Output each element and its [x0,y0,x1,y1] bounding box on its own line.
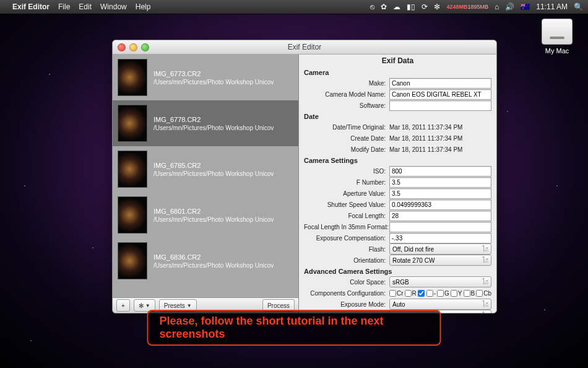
label-fnumber: F Number: [304,179,386,186]
menubar-battery-icon[interactable]: ▮▯ [407,2,415,11]
input-model[interactable] [389,89,491,100]
section-camera: Camera [299,67,496,77]
components-config-checks: CrR-GYBCb [389,290,491,297]
file-name: IMG_6801.CR2 [153,208,274,215]
file-row[interactable]: IMG_6801.CR2/Users/mn/Pictures/Photo Wor… [113,192,298,238]
input-make[interactable] [389,78,491,89]
menubar: Exif Editor File Edit Window Help ⎋ ✿ ☁ … [0,0,588,14]
app-window: Exif Editor IMG_6773.CR2/Users/mn/Pictur… [112,40,497,313]
panel-title: Exif Data [299,55,496,67]
file-sidebar: IMG_6773.CR2/Users/mn/Pictures/Photo Wor… [113,55,299,313]
menubar-cloud-icon[interactable]: ☁ [393,2,400,11]
tutorial-banner: Please, follow the short tutorial in the… [147,310,441,346]
select-orientation[interactable]: Rotate 270 CW [389,255,491,266]
label-date-create: Create Date: [304,135,386,142]
value-date-original: Mar 18, 2011 11:37:34 PM [389,124,491,131]
section-camera-settings: Camera Settings [299,155,496,165]
select-color-space[interactable]: sRGB [389,276,491,287]
label-shutter-speed: Shutter Speed Value: [304,201,386,208]
window-title: Exif Editor [113,43,496,51]
label-orientation: Orientation: [304,257,386,264]
label-focal-length-35mm: Focal Length In 35mm Format: [304,224,386,230]
label-software: Software: [304,102,386,109]
thumbnail-icon [118,242,147,279]
menu-window[interactable]: Window [100,2,127,11]
app-menu[interactable]: Exif Editor [12,2,50,11]
desktop: Exif Editor File Edit Window Help ⎋ ✿ ☁ … [0,0,588,368]
menubar-sync-icon[interactable]: ⟳ [422,2,428,11]
input-focal-length-35mm[interactable] [389,222,491,232]
label-aperture: Aperture Value: [304,190,386,197]
file-path: /Users/mn/Pictures/Photo Workshop Unicov [153,262,274,269]
file-row[interactable]: IMG_6836.CR2/Users/mn/Pictures/Photo Wor… [113,238,298,284]
desktop-drive-icon[interactable]: My Mac [537,19,577,55]
menu-file[interactable]: File [58,2,70,11]
thumbnail-icon [118,105,147,142]
input-shutter-speed[interactable] [389,199,491,210]
add-button[interactable]: + [116,299,130,312]
label-make: Make: [304,80,386,87]
file-row[interactable]: IMG_6785.CR2/Users/mn/Pictures/Photo Wor… [113,146,298,192]
label-flash: Flash: [304,246,386,253]
components-check[interactable] [418,290,425,297]
section-advanced: Advanced Camera Settings [299,266,496,276]
input-focal-length[interactable] [389,211,491,221]
select-exposure-mode[interactable]: Auto [389,299,491,310]
file-path: /Users/mn/Pictures/Photo Workshop Unicov [153,216,274,223]
menubar-flag-icon[interactable]: 🇦🇺 [521,2,530,11]
file-name: IMG_6778.CR2 [153,116,274,123]
label-exposure-comp: Exposure Compensation: [304,235,386,242]
components-check[interactable]: Y [451,290,462,297]
section-date: Date [299,111,496,121]
file-name: IMG_6836.CR2 [153,253,274,261]
file-name: IMG_6773.CR2 [153,70,274,77]
file-name: IMG_6785.CR2 [153,162,274,169]
components-check[interactable]: R [405,290,417,297]
label-exposure-mode: Exposure Mode: [304,301,386,308]
thumbnail-icon [118,59,147,96]
file-row[interactable]: IMG_6773.CR2/Users/mn/Pictures/Photo Wor… [113,55,298,100]
label-model: Camera Model Name: [304,91,386,98]
label-date-original: Date/Time Original: [304,124,386,131]
window-titlebar[interactable]: Exif Editor [113,40,496,55]
thumbnail-icon [118,196,147,234]
menubar-gear-icon[interactable]: ✻ [434,2,440,11]
file-path: /Users/mn/Pictures/Photo Workshop Unicov [153,125,274,131]
components-check[interactable]: Cr [389,290,404,297]
components-check[interactable]: G [437,290,449,297]
file-list[interactable]: IMG_6773.CR2/Users/mn/Pictures/Photo Wor… [113,55,298,297]
value-date-create: Mar 18, 2011 11:37:34 PM [389,135,491,142]
menubar-extra-icon[interactable]: ⎋ [370,2,374,11]
file-path: /Users/mn/Pictures/Photo Workshop Unicov [153,79,274,85]
input-software[interactable] [389,100,491,111]
menu-help[interactable]: Help [136,2,151,11]
menubar-clock[interactable]: 11:11 AM [536,2,568,11]
label-iso: ISO: [304,168,386,175]
label-color-space: Color Space: [304,279,386,286]
spotlight-icon[interactable]: 🔍 [574,2,583,11]
label-components-config: Components Configuration: [304,290,386,297]
desktop-drive-label: My Mac [537,47,577,55]
harddrive-icon [542,19,573,45]
components-check[interactable]: B [464,290,475,297]
components-check[interactable]: Cb [476,290,491,297]
file-path: /Users/mn/Pictures/Photo Workshop Unicov [153,170,274,177]
input-iso[interactable] [389,166,491,177]
input-fnumber[interactable] [389,177,491,188]
menubar-volume-icon[interactable]: 🔊 [505,2,514,11]
exif-panel[interactable]: Exif Data Camera Make: Camera Model Name… [299,55,496,313]
label-date-modify: Modify Date: [304,146,386,153]
input-aperture[interactable] [389,188,491,199]
components-check[interactable]: - [426,290,436,297]
menubar-memory[interactable]: 4248MB1895MB [446,4,488,10]
file-row[interactable]: IMG_6778.CR2/Users/mn/Pictures/Photo Wor… [113,100,298,146]
input-exposure-comp[interactable] [389,233,491,243]
label-focal-length: Focal Length: [304,212,386,219]
thumbnail-icon [118,151,147,188]
select-flash[interactable]: Off, Did not fire [389,243,491,255]
menubar-extra-icon[interactable]: ✿ [381,2,387,11]
menubar-dropbox-icon[interactable]: ⌂ [495,2,499,11]
menu-edit[interactable]: Edit [79,2,92,11]
value-date-modify: Mar 18, 2011 11:37:34 PM [389,146,491,153]
